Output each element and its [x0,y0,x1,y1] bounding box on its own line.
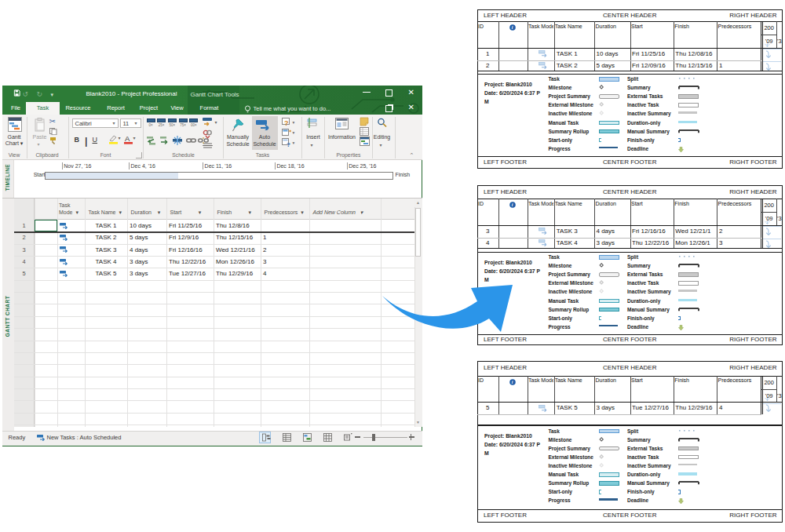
svg-text:?: ? [284,119,289,126]
svg-text:?: ? [287,140,290,147]
svg-text:A: A [125,134,130,143]
